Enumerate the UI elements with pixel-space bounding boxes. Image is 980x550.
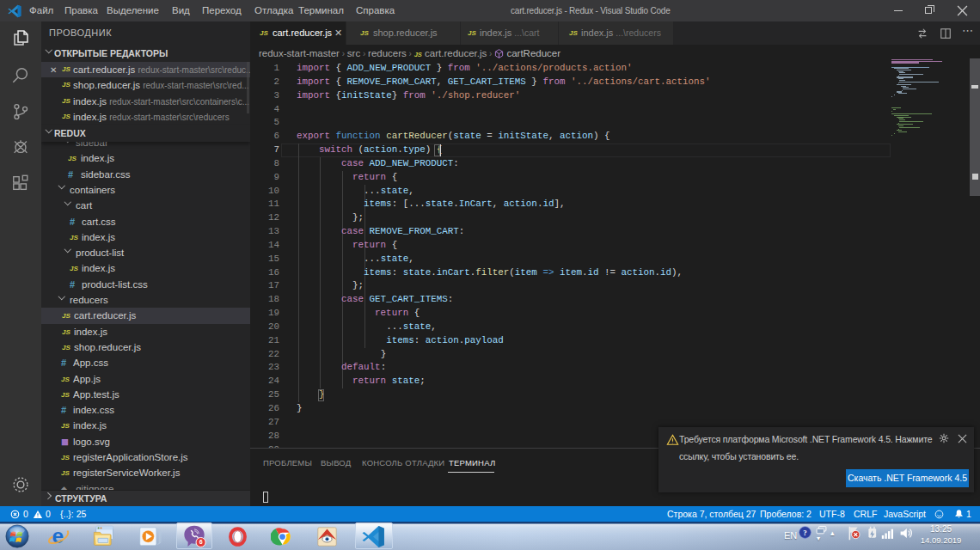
svg-text:6: 6 — [199, 539, 203, 545]
svg-text:?: ? — [803, 529, 806, 537]
svg-text:e: e — [52, 524, 64, 547]
